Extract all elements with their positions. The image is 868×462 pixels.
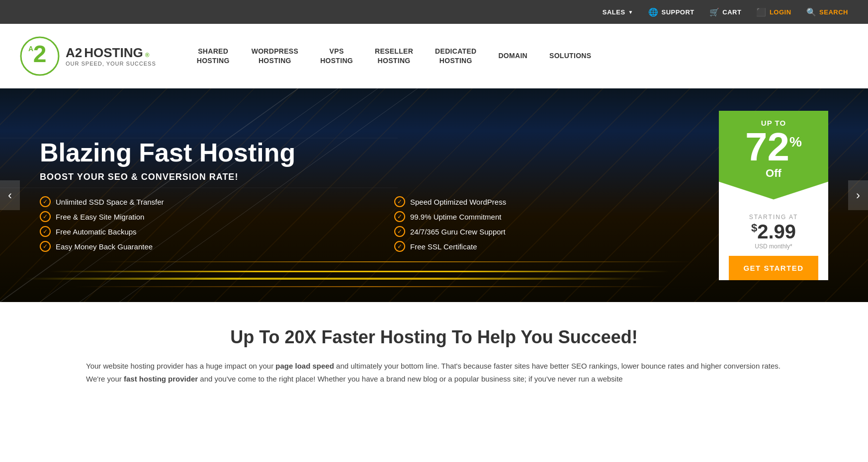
- feature-6: ✓ 24/7/365 Guru Crew Support: [394, 226, 719, 237]
- nav-solutions[interactable]: SOLUTIONS: [538, 47, 602, 64]
- feature-7: ✓ Easy Money Back Guarantee: [40, 241, 364, 252]
- hero-features: ✓ Unlimited SSD Space & Transfer ✓ Speed…: [40, 196, 719, 252]
- globe-icon: 🌐: [648, 7, 659, 17]
- check-icon-8: ✓: [394, 241, 405, 252]
- hero-prev-arrow[interactable]: ‹: [0, 180, 20, 210]
- promo-percent: 72%: [729, 127, 818, 167]
- feature-label-8: Free SSL Certificate: [410, 242, 477, 251]
- search-label: SEARCH: [819, 8, 848, 16]
- nav-reseller-hosting[interactable]: RESELLERHOSTING: [364, 43, 424, 69]
- promo-off-label: Off: [729, 167, 818, 180]
- logo-hosting: HOSTING: [84, 45, 143, 61]
- hero-section: ‹ Blazing Fast Hosting BOOST YOUR SEO & …: [0, 88, 868, 302]
- feature-label-4: 99.9% Uptime Commitment: [410, 213, 501, 221]
- nav-dedicated-hosting[interactable]: DEDICATEDHOSTING: [424, 43, 487, 69]
- promo-percent-suffix: %: [789, 134, 802, 150]
- content-heading: Up To 20X Faster Hosting To Help You Suc…: [40, 327, 828, 348]
- check-icon-6: ✓: [394, 226, 405, 237]
- feature-label-7: Easy Money Back Guarantee: [56, 242, 153, 251]
- promo-starting-label: STARTING AT: [729, 214, 818, 221]
- nav-wordpress-hosting[interactable]: WORDPRESSHOSTING: [241, 43, 310, 69]
- sales-label: SALES: [603, 8, 625, 16]
- logo[interactable]: 2 A A2 HOSTING ® OUR SPEED, YOUR SUCCESS: [20, 36, 156, 76]
- get-started-button[interactable]: GET STARTED: [729, 256, 818, 280]
- hero-title: Blazing Fast Hosting: [40, 139, 719, 167]
- feature-4: ✓ 99.9% Uptime Commitment: [394, 211, 719, 222]
- login-label: LOGIN: [770, 8, 791, 16]
- light-streak-3: [25, 278, 644, 280]
- svg-text:2: 2: [33, 41, 47, 67]
- content-body: Your website hosting provider has a huge…: [86, 360, 782, 385]
- promo-bottom: STARTING AT $2.99 USD monthly* GET START…: [719, 200, 828, 280]
- content-section: Up To 20X Faster Hosting To Help You Suc…: [0, 302, 868, 410]
- check-icon-5: ✓: [40, 226, 51, 237]
- check-icon-4: ✓: [394, 211, 405, 222]
- support-link[interactable]: 🌐 SUPPORT: [648, 7, 694, 17]
- check-icon-7: ✓: [40, 241, 51, 252]
- light-streak-1: [50, 271, 669, 272]
- hero-next-arrow[interactable]: ›: [848, 180, 868, 210]
- feature-label-6: 24/7/365 Guru Crew Support: [410, 228, 506, 236]
- nav-links: SHAREDHOSTING WORDPRESSHOSTING VPSHOSTIN…: [186, 43, 848, 69]
- logo-a2: A2: [66, 45, 82, 61]
- logo-registered: ®: [145, 52, 150, 59]
- feature-label-5: Free Automatic Backups: [56, 228, 137, 236]
- check-icon-2: ✓: [394, 196, 405, 207]
- cart-label: CART: [722, 8, 741, 16]
- hero-content: Blazing Fast Hosting BOOST YOUR SEO & CO…: [0, 139, 719, 252]
- feature-1: ✓ Unlimited SSD Space & Transfer: [40, 196, 364, 207]
- sales-menu[interactable]: SALES ▼: [603, 8, 633, 16]
- feature-label-2: Speed Optimized WordPress: [410, 198, 506, 206]
- promo-price: $2.99: [729, 221, 818, 243]
- check-icon-1: ✓: [40, 196, 51, 207]
- cart-link[interactable]: 🛒 CART: [709, 7, 742, 17]
- promo-currency: $: [751, 221, 757, 233]
- feature-8: ✓ Free SSL Certificate: [394, 241, 719, 252]
- feature-label-3: Free & Easy Site Migration: [56, 213, 144, 221]
- feature-3: ✓ Free & Easy Site Migration: [40, 211, 364, 222]
- feature-2: ✓ Speed Optimized WordPress: [394, 196, 719, 207]
- promo-usd-label: USD monthly*: [729, 243, 818, 250]
- nav-vps-hosting[interactable]: VPSHOSTING: [309, 43, 364, 69]
- cart-icon: 🛒: [709, 7, 720, 17]
- top-bar: SALES ▼ 🌐 SUPPORT 🛒 CART ⬛ LOGIN 🔍 SEARC…: [0, 0, 868, 24]
- logo-icon: 2 A: [20, 36, 60, 76]
- main-nav: 2 A A2 HOSTING ® OUR SPEED, YOUR SUCCESS…: [0, 24, 868, 88]
- logo-text: A2 HOSTING ® OUR SPEED, YOUR SUCCESS: [66, 45, 156, 67]
- support-label: SUPPORT: [661, 8, 694, 16]
- hero-subtitle: BOOST YOUR SEO & CONVERSION RATE!: [40, 172, 719, 182]
- promo-price-value: 2.99: [757, 221, 796, 242]
- promo-top: UP TO 72% Off: [719, 111, 828, 200]
- check-icon-3: ✓: [40, 211, 51, 222]
- feature-5: ✓ Free Automatic Backups: [40, 226, 364, 237]
- light-streak-4: [75, 286, 669, 287]
- search-icon: 🔍: [806, 7, 817, 17]
- sales-arrow: ▼: [628, 9, 633, 15]
- login-icon: ⬛: [756, 7, 767, 17]
- light-streak-2: [99, 261, 694, 262]
- login-link[interactable]: ⬛ LOGIN: [756, 7, 791, 17]
- search-link[interactable]: 🔍 SEARCH: [806, 7, 848, 17]
- nav-domain[interactable]: DOMAIN: [487, 47, 538, 64]
- nav-shared-hosting[interactable]: SHAREDHOSTING: [186, 43, 241, 69]
- feature-label-1: Unlimited SSD Space & Transfer: [56, 198, 164, 206]
- promo-box: UP TO 72% Off STARTING AT $2.99 USD mont…: [719, 111, 828, 280]
- logo-tagline: OUR SPEED, YOUR SUCCESS: [66, 61, 156, 67]
- svg-text:A: A: [28, 45, 33, 53]
